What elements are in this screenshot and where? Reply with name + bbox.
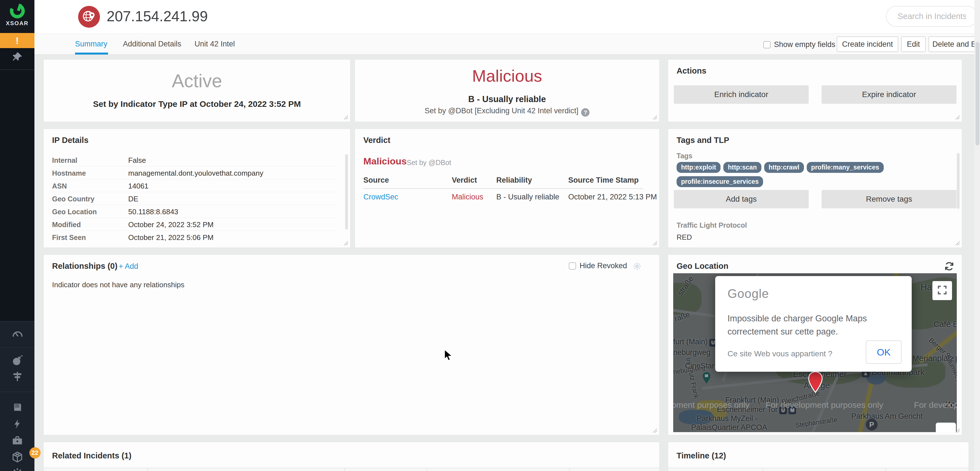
col-source: Source [363, 176, 389, 185]
dialog-question-link[interactable]: Ce site Web vous appartient ? [727, 349, 832, 358]
related-incidents-card: Related Incidents (1) [43, 442, 660, 471]
dialog-ok-button[interactable]: OK [866, 340, 902, 364]
verdict-card: Verdict Malicious Set by @DBot Source Ve… [355, 128, 660, 248]
ip-detail-row: First SeenOctober 21, 2022 5:06 PM [52, 231, 337, 244]
hide-revoked-toggle[interactable]: Hide Revoked [569, 262, 627, 270]
xsoar-logo-text: XSOAR [0, 20, 35, 27]
add-relationship-link[interactable]: + Add [119, 262, 138, 271]
google-logo: Google [727, 287, 769, 301]
show-empty-fields-checkbox[interactable] [763, 41, 771, 48]
hide-revoked-label: Hide Revoked [579, 262, 627, 270]
row-verdict: Malicious [452, 193, 484, 201]
edit-button[interactable]: Edit [901, 36, 926, 52]
resize-handle-icon[interactable] [954, 240, 960, 246]
verdict-reliability: B - Usually reliable [355, 94, 659, 104]
remove-tags-button[interactable]: Remove tags [822, 190, 956, 208]
tags-tlp-card: Tags and TLP Tags http:exploithttp:scanh… [668, 128, 962, 248]
table-column-divider [344, 468, 345, 471]
ip-details-card: IP Details InternalFalse Hostnamemanagem… [43, 128, 350, 248]
verdict-card-value: Malicious [363, 156, 407, 167]
page-scrollbar-thumb[interactable] [975, 42, 980, 146]
tags-label: Tags [676, 152, 692, 160]
book-icon [11, 402, 23, 415]
title-bar: 207.154.241.99 ? [35, 0, 980, 33]
refresh-icon[interactable] [944, 261, 955, 273]
sidebar-item-dashboard[interactable] [0, 327, 35, 343]
source-link[interactable]: CrowdSec [363, 193, 398, 201]
help-icon[interactable]: ? [581, 108, 590, 117]
google-map[interactable]: straße raße furt (Main)UM neburgweg nebu… [673, 273, 957, 432]
gauge-icon [11, 328, 24, 341]
card-scrollbar[interactable] [957, 153, 959, 209]
add-tags-button[interactable]: Add tags [674, 190, 809, 208]
map-pin-icon [808, 371, 823, 395]
sidebar-item-settings[interactable] [0, 466, 35, 471]
map-fullscreen-button[interactable] [932, 281, 952, 300]
alert-banner[interactable]: ! [0, 33, 35, 48]
ip-detail-row: Geo CountryDE [52, 192, 337, 205]
status-card: Active Set by Indicator Type IP at Octob… [43, 59, 350, 122]
tags-tlp-title: Tags and TLP [676, 136, 729, 145]
xsoar-logo[interactable]: XSOAR [0, 0, 35, 33]
tag-pill[interactable]: profile:many_services [807, 162, 884, 173]
resize-handle-icon[interactable] [342, 240, 348, 246]
enrich-indicator-button[interactable]: Enrich indicator [674, 85, 809, 104]
ip-detail-row: InternalFalse [52, 154, 337, 167]
tab-additional-details[interactable]: Additional Details [123, 33, 181, 54]
resize-handle-icon[interactable] [651, 240, 657, 246]
relationships-title: Relationships (0) [52, 262, 118, 271]
show-empty-fields-label: Show empty fields [774, 40, 835, 49]
row-reliability: B - Usually reliable [496, 193, 559, 201]
sidebar-item-indicators[interactable] [0, 369, 35, 385]
ip-detail-row: Geo Location50.1188:8.6843 [52, 205, 337, 218]
resize-handle-icon[interactable] [342, 114, 348, 120]
tab-bar: Summary Additional Details Unit 42 Intel… [35, 33, 980, 55]
indicator-status: Active [44, 70, 350, 92]
tag-pill[interactable]: profile:insecure_services [676, 176, 763, 187]
page-title: 207.154.241.99 [107, 8, 208, 25]
map-zoom-out-button[interactable] [936, 423, 956, 432]
expire-indicator-button[interactable]: Expire indicator [822, 85, 956, 104]
resize-handle-icon[interactable] [651, 427, 657, 433]
sidebar: XSOAR ! [0, 0, 35, 471]
timeline-table-header [668, 468, 969, 471]
card-scrollbar[interactable] [345, 154, 348, 230]
tag-pill[interactable]: http:crawl [764, 162, 804, 173]
ip-detail-row: Hostnamemanagemental.dont.youlovethat.co… [52, 167, 337, 179]
indicator-type-badge [78, 6, 100, 28]
tag-pill[interactable]: http:scan [723, 162, 761, 173]
relationships-settings-gear-icon[interactable] [632, 262, 642, 272]
verdict-card-set-by: Set by @DBot [407, 159, 451, 167]
package-icon: 22 [11, 450, 24, 465]
table-column-divider [570, 468, 570, 471]
dialog-message: Impossible de charger Google Maps correc… [727, 312, 890, 338]
hide-revoked-checkbox[interactable] [569, 262, 576, 270]
show-empty-fields-toggle[interactable]: Show empty fields [763, 40, 835, 49]
relationships-empty-text: Indicator does not have any relationship… [52, 281, 185, 289]
sidebar-item-playbooks[interactable] [0, 401, 35, 416]
verdict-value: Malicious [355, 66, 659, 86]
briefcase-icon [11, 435, 24, 448]
create-incident-button[interactable]: Create incident [837, 36, 898, 52]
bomb-icon [11, 354, 23, 367]
sidebar-item-incidents[interactable] [0, 353, 35, 369]
table-column-divider [885, 468, 886, 471]
tag-pill[interactable]: http:exploit [676, 162, 721, 173]
delete-and-exclude-button[interactable]: Delete and Exclude [929, 36, 980, 52]
active-tab-underline [75, 52, 108, 54]
sidebar-item-jobs[interactable] [0, 433, 35, 449]
gear-icon [11, 467, 24, 471]
search-input[interactable] [886, 6, 977, 26]
sidebar-item-automation[interactable] [0, 417, 35, 432]
resize-handle-icon[interactable] [954, 114, 960, 120]
actions-card: Actions Enrich indicator Expire indicato… [668, 59, 962, 122]
pin-sidebar-button[interactable] [0, 50, 35, 65]
sidebar-divider [0, 69, 35, 70]
page-scrollbar[interactable] [974, 0, 980, 471]
resize-handle-icon[interactable] [651, 114, 657, 120]
related-incidents-title: Related Incidents (1) [52, 451, 132, 460]
marketplace-badge: 22 [29, 447, 41, 458]
tab-unit42-intel[interactable]: Unit 42 Intel [194, 33, 235, 54]
tab-summary[interactable]: Summary [75, 33, 108, 54]
sidebar-item-marketplace[interactable]: 22 [0, 450, 35, 465]
